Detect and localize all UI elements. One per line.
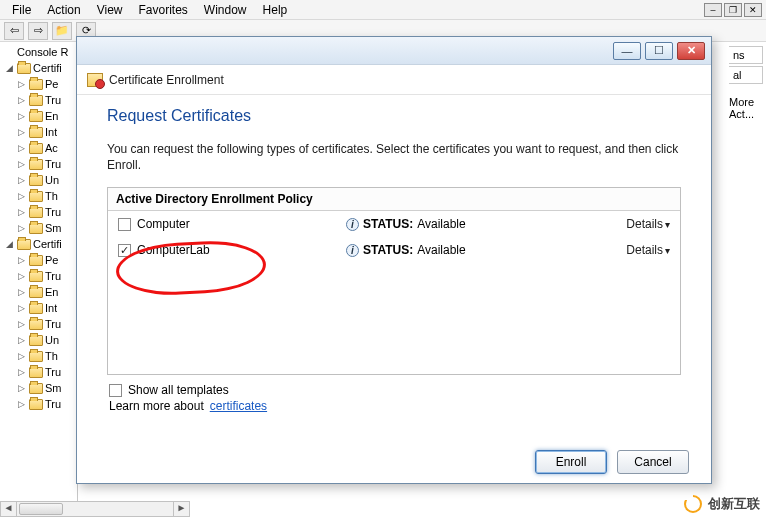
tree-item-label: Tru xyxy=(45,396,61,412)
tree-item[interactable]: ▷Th xyxy=(4,188,77,204)
expander-icon[interactable]: ▷ xyxy=(18,140,27,156)
folder-icon xyxy=(29,367,43,378)
dialog-header: Certificate Enrollment xyxy=(77,65,711,95)
tree-item[interactable]: ▷Int xyxy=(4,124,77,140)
menu-file[interactable]: File xyxy=(4,3,39,17)
tree-item-label: Tru xyxy=(45,204,61,220)
tree-item[interactable]: ▷En xyxy=(4,108,77,124)
tree-item[interactable]: ▷Un xyxy=(4,332,77,348)
tree-item[interactable]: ▷Tru xyxy=(4,364,77,380)
menu-window[interactable]: Window xyxy=(196,3,255,17)
status-label: STATUS: xyxy=(363,243,413,257)
expander-icon[interactable]: ▷ xyxy=(18,188,27,204)
dialog-minimize-icon[interactable]: — xyxy=(613,42,641,60)
collapse-icon[interactable]: ◢ xyxy=(6,236,15,252)
dialog-titlebar[interactable]: — ☐ ✕ xyxy=(77,37,711,65)
certificates-link[interactable]: certificates xyxy=(210,399,267,413)
menu-help[interactable]: Help xyxy=(255,3,296,17)
tree-root-item[interactable]: Console R xyxy=(4,44,77,60)
expander-icon[interactable]: ▷ xyxy=(18,332,27,348)
tree-item[interactable]: ▷Tru xyxy=(4,396,77,412)
cert-row-computer[interactable]: Computer i STATUS: Available Details ▾ xyxy=(108,211,680,237)
mmc-close-icon[interactable]: ✕ xyxy=(744,3,762,17)
checkbox-icon[interactable] xyxy=(118,218,131,231)
action-more[interactable]: More Act... xyxy=(729,96,763,120)
enroll-button[interactable]: Enroll xyxy=(535,450,607,474)
tree-group-0[interactable]: ◢ Certifi xyxy=(4,60,77,76)
expander-icon[interactable]: ▷ xyxy=(18,284,27,300)
tree-item-label: Tru xyxy=(45,92,61,108)
show-all-checkbox[interactable] xyxy=(109,384,122,397)
tree-item[interactable]: ▷Un xyxy=(4,172,77,188)
tree-item[interactable]: ▷Ac xyxy=(4,140,77,156)
watermark: 创新互联 xyxy=(682,493,760,515)
tree-item[interactable]: ▷Tru xyxy=(4,92,77,108)
menu-bar: File Action View Favorites Window Help –… xyxy=(0,0,766,20)
expander-icon[interactable]: ▷ xyxy=(18,92,27,108)
checkbox-checked-icon[interactable]: ✓ xyxy=(118,244,131,257)
action-tab-1[interactable]: ns xyxy=(729,46,763,64)
tree-item-label: Tru xyxy=(45,268,61,284)
expander-icon[interactable]: ▷ xyxy=(18,396,27,412)
expander-icon[interactable]: ▷ xyxy=(18,220,27,236)
explore-icon[interactable]: 📁 xyxy=(52,22,72,40)
scroll-right-icon[interactable]: ► xyxy=(173,502,189,516)
scroll-left-icon[interactable]: ◄ xyxy=(1,502,17,516)
expander-icon[interactable]: ▷ xyxy=(18,348,27,364)
expander-icon[interactable]: ▷ xyxy=(18,364,27,380)
tree-item[interactable]: ▷Pe xyxy=(4,252,77,268)
expander-icon[interactable]: ▷ xyxy=(18,204,27,220)
tree-item[interactable]: ▷En xyxy=(4,284,77,300)
menu-view[interactable]: View xyxy=(89,3,131,17)
expander-icon[interactable]: ▷ xyxy=(18,316,27,332)
cert-name: ComputerLab xyxy=(137,243,210,257)
cert-row-computerlab[interactable]: ✓ ComputerLab i STATUS: Available Detail… xyxy=(108,237,680,263)
dialog-maximize-icon[interactable]: ☐ xyxy=(645,42,673,60)
tree-item-label: Tru xyxy=(45,364,61,380)
action-pane: ns al More Act... xyxy=(726,42,766,501)
expander-icon[interactable]: ▷ xyxy=(18,300,27,316)
tree-item-label: Tru xyxy=(45,316,61,332)
tree-item[interactable]: ▷Sm xyxy=(4,220,77,236)
status-value: Available xyxy=(417,243,465,257)
console-tree[interactable]: Console R ◢ Certifi ▷Pe▷Tru▷En▷Int▷Ac▷Tr… xyxy=(0,42,78,501)
tree-group-1[interactable]: ◢ Certifi xyxy=(4,236,77,252)
collapse-icon[interactable]: ◢ xyxy=(6,60,15,76)
tree-item[interactable]: ▷Sm xyxy=(4,380,77,396)
expander-icon[interactable]: ▷ xyxy=(18,172,27,188)
folder-icon xyxy=(29,111,43,122)
tree-item[interactable]: ▷Int xyxy=(4,300,77,316)
expander-icon[interactable]: ▷ xyxy=(18,108,27,124)
tree-item[interactable]: ▷Th xyxy=(4,348,77,364)
mmc-minimize-icon[interactable]: – xyxy=(704,3,722,17)
mmc-restore-icon[interactable]: ❐ xyxy=(724,3,742,17)
tree-root-label: Console R xyxy=(17,44,68,60)
expander-icon[interactable]: ▷ xyxy=(18,268,27,284)
expander-icon[interactable]: ▷ xyxy=(18,156,27,172)
expander-icon[interactable]: ▷ xyxy=(18,76,27,92)
tree-item[interactable]: ▷Tru xyxy=(4,204,77,220)
info-icon: i xyxy=(346,218,359,231)
expander-icon[interactable]: ▷ xyxy=(18,124,27,140)
tree-item[interactable]: ▷Tru xyxy=(4,268,77,284)
menu-favorites[interactable]: Favorites xyxy=(131,3,196,17)
folder-icon xyxy=(29,143,43,154)
menu-action[interactable]: Action xyxy=(39,3,88,17)
expander-icon[interactable]: ▷ xyxy=(18,380,27,396)
action-tab-2[interactable]: al xyxy=(729,66,763,84)
cert-name: Computer xyxy=(137,217,190,231)
dialog-close-icon[interactable]: ✕ xyxy=(677,42,705,60)
tree-item[interactable]: ▷Tru xyxy=(4,316,77,332)
scroll-thumb[interactable] xyxy=(19,503,63,515)
nav-forward-icon[interactable]: ⇨ xyxy=(28,22,48,40)
tree-item[interactable]: ▷Pe xyxy=(4,76,77,92)
tree-item[interactable]: ▷Tru xyxy=(4,156,77,172)
tree-item-label: En xyxy=(45,108,58,124)
expander-icon[interactable]: ▷ xyxy=(18,252,27,268)
tree-horizontal-scrollbar[interactable]: ◄ ► xyxy=(0,501,190,517)
details-toggle[interactable]: Details ▾ xyxy=(626,243,670,257)
watermark-text: 创新互联 xyxy=(708,495,760,513)
cancel-button[interactable]: Cancel xyxy=(617,450,689,474)
nav-back-icon[interactable]: ⇦ xyxy=(4,22,24,40)
details-toggle[interactable]: Details ▾ xyxy=(626,217,670,231)
